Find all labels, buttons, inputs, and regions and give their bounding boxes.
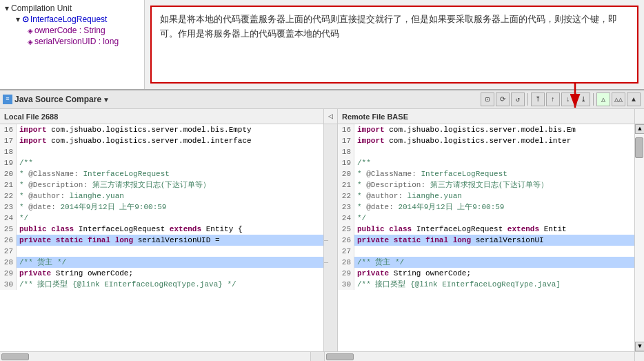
tree-child-label: InterfaceLogRequest: [30, 14, 107, 24]
compare-toolbar: ≡ Java Source Compare ▼ ⊡ ⟳ ↺ ⤒ ↑ ↓ ⤓ △ …: [0, 90, 644, 109]
left-line-26: 26 private static final long serialVersi…: [0, 235, 323, 246]
file-header-arrow: ◁: [324, 109, 338, 124]
bottom-scrollbar: [0, 351, 644, 361]
left-line-19: 19 /**: [0, 157, 323, 168]
callout-panel: 如果是将本地的代码覆盖服务器上面的代码则直接提交就行了，但是如果要采取服务器上面…: [145, 0, 644, 89]
toolbar-dropdown-btn[interactable]: ▼: [101, 96, 111, 104]
left-line-23: 23 * @date: 2014年9月12日 上午9:00:59: [0, 202, 323, 213]
file-header-right: Remote File BASE: [338, 109, 634, 124]
left-line-24: 24 */: [0, 213, 323, 224]
right-hscroll-thumb[interactable]: [326, 353, 354, 360]
toolbar-btn-sync[interactable]: ⟳: [496, 92, 510, 106]
tree-grandchild-0[interactable]: ◈ ownerCode : String: [3, 25, 141, 36]
right-line-18: 18: [338, 146, 634, 157]
compare-section: ≡ Java Source Compare ▼ ⊡ ⟳ ↺ ⤒ ↑ ↓ ⤓ △ …: [0, 90, 644, 361]
right-line-29: 29 private String ownerCode;: [338, 268, 634, 279]
toolbar-btn-refresh[interactable]: ↺: [511, 92, 525, 106]
toolbar-btn-first-diff[interactable]: ⤒: [531, 92, 545, 106]
right-hscroll[interactable]: [325, 352, 635, 361]
toolbar-separator-1: [527, 93, 528, 106]
left-line-30: 30 /** 接口类型 {@link EInterfaceLogReqType.…: [0, 279, 323, 290]
remote-file-label: Remote File BASE: [342, 113, 408, 121]
left-line-27: 27: [0, 246, 323, 257]
callout-text: 如果是将本地的代码覆盖服务器上面的代码则直接提交就行了，但是如果要采取服务器上面…: [160, 14, 617, 39]
code-panel-left[interactable]: 16 import com.jshuabo.logistics.server.m…: [0, 124, 324, 351]
compare-file-icon: ≡: [3, 95, 12, 104]
right-line-27: 27: [338, 246, 634, 257]
toolbar-separator-2: [593, 93, 594, 106]
vertical-scrollbar[interactable]: ▲ ▼: [634, 124, 644, 351]
right-line-21: 21 * @Description: 第三方请求报文日志(下达订单等）: [338, 179, 634, 191]
right-line-23: 23 * @date: 2014年9月12日 上午9:00:59: [338, 202, 634, 213]
tree-root-label: Compilation Unit: [11, 3, 72, 13]
tree-field-icon-0: ◈: [28, 27, 33, 35]
left-line-16: 16 import com.jshuabo.logistics.server.m…: [0, 124, 323, 135]
divider-spacer-2: [324, 246, 337, 257]
code-panel-divider: — —: [324, 124, 338, 351]
code-panel-right[interactable]: 16 import com.jshuabo.logistics.server.m…: [338, 124, 634, 351]
left-line-28: 28 /** 货主 */: [0, 257, 323, 268]
arrow-icon: ◁: [328, 111, 333, 121]
left-line-21: 21 * @Description: 第三方请求报文日志(下达订单等）: [0, 179, 323, 191]
toolbar-btn-next-diff[interactable]: ↓: [561, 92, 575, 106]
left-line-29: 29 private String ownerCode;: [0, 268, 323, 279]
left-hscroll[interactable]: [0, 352, 311, 361]
divider-marker-26: —: [324, 235, 337, 246]
scrollbar-up-btn[interactable]: ▲: [635, 124, 644, 134]
scrollbar-thumb[interactable]: [635, 137, 643, 158]
tree-child[interactable]: ▾ ⊙ InterfaceLogRequest: [3, 14, 141, 25]
tree-panel: ▾ Compilation Unit ▾ ⊙ InterfaceLogReque…: [0, 0, 145, 89]
code-panels: 16 import com.jshuabo.logistics.server.m…: [0, 124, 644, 351]
right-line-16: 16 import com.jshuabo.logistics.server.m…: [338, 124, 634, 135]
left-line-20: 20 * @ClassName: InterfaceLogRequest: [0, 168, 323, 179]
divider-hscroll-spacer: [311, 352, 325, 361]
file-headers: Local File 2688 ◁ Remote File BASE: [0, 109, 644, 124]
tree-expand-icon[interactable]: ▾: [3, 3, 11, 13]
local-file-label: Local File 2688: [4, 113, 58, 121]
left-line-18: 18: [0, 146, 323, 157]
right-line-28: 28 /** 货主 */: [338, 257, 634, 268]
toolbar-btn-copy-current-left[interactable]: ▲: [627, 92, 641, 106]
tree-child-expand-icon[interactable]: ▾: [14, 14, 22, 24]
left-line-22: 22 * @author: lianghe.yuan: [0, 191, 323, 202]
scrollbar-track[interactable]: [635, 134, 644, 342]
right-line-19: 19 /**: [338, 157, 634, 168]
toolbar-title: Java Source Compare: [14, 95, 101, 104]
right-line-24: 24 */: [338, 213, 634, 224]
toolbar-btn-copy-current-right[interactable]: △: [596, 92, 610, 106]
tree-grandchild-label-1: serialVersionUID : long: [34, 37, 119, 46]
left-line-17: 17 import com.jshuabo.logistics.server.m…: [0, 135, 323, 146]
hscroll-corner: [634, 352, 644, 361]
right-line-17: 17 import com.jshuabo.logistics.server.m…: [338, 135, 634, 146]
divider-spacer-top: [324, 124, 337, 235]
right-line-26: 26 private static final long serialVersi…: [338, 235, 634, 246]
toolbar-btn-copy-all-right[interactable]: △△: [612, 92, 625, 106]
right-line-30: 30 /** 接口类型 {@link EInterfaceLogReqType.…: [338, 279, 634, 290]
tree-root[interactable]: ▾ Compilation Unit: [3, 3, 141, 14]
scrollbar-down-btn[interactable]: ▼: [635, 342, 644, 351]
tree-field-icon-1: ◈: [28, 38, 33, 46]
toolbar-btn-last-diff[interactable]: ⤓: [576, 92, 590, 106]
toolbar-btn-copy-left[interactable]: ⊡: [481, 92, 494, 106]
right-line-22: 22 * @author: lianghe.yuan: [338, 191, 634, 202]
left-hscroll-thumb[interactable]: [1, 353, 29, 360]
tree-grandchild-1[interactable]: ◈ serialVersionUID : long: [3, 36, 141, 47]
right-line-25: 25 public class InterfaceLogRequest exte…: [338, 224, 634, 235]
file-header-left: Local File 2688: [0, 109, 324, 124]
divider-marker-28: —: [324, 257, 337, 268]
scrollbar-header-spacer: [634, 109, 644, 124]
callout-box: 如果是将本地的代码覆盖服务器上面的代码则直接提交就行了，但是如果要采取服务器上面…: [150, 6, 638, 84]
tree-interface-icon: ⊙: [22, 14, 29, 24]
toolbar-btn-prev-diff[interactable]: ↑: [546, 92, 560, 106]
tree-grandchild-label-0: ownerCode : String: [34, 26, 105, 35]
right-line-20: 20 * @ClassName: InterfaceLogRequest: [338, 168, 634, 179]
left-line-25: 25 public class InterfaceLogRequest exte…: [0, 224, 323, 235]
